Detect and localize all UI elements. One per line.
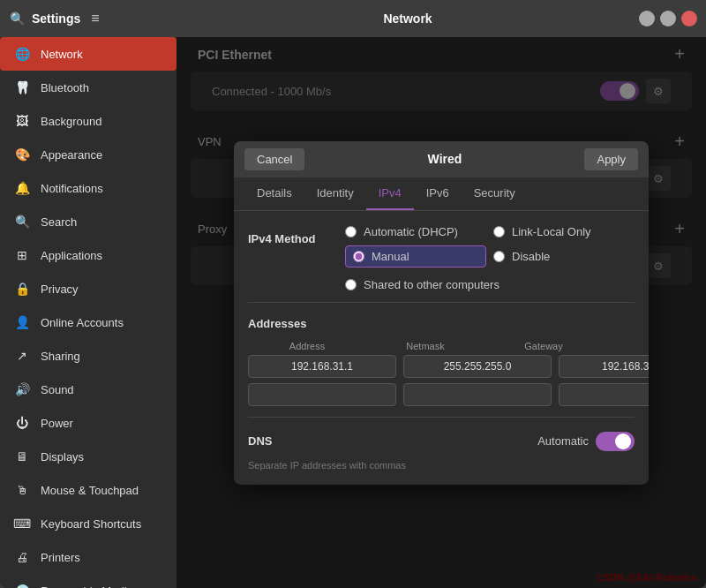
method-options-container: Automatic (DHCP) Link-Local Only	[345, 225, 635, 291]
sidebar-item-keyboard-shortcuts[interactable]: ⌨ Keyboard Shortcuts	[0, 507, 176, 540]
sidebar-item-network[interactable]: 🌐 Network	[0, 37, 176, 71]
sidebar-item-privacy[interactable]: 🔒 Privacy	[0, 272, 176, 305]
address-input-1[interactable]	[248, 355, 396, 378]
dialog-titlebar: Cancel Wired Apply	[234, 141, 649, 177]
tab-security[interactable]: Security	[462, 177, 528, 210]
notifications-icon: 🔔	[14, 180, 30, 196]
sidebar-item-mouse-touchpad[interactable]: 🖱 Mouse & Touchpad	[0, 473, 176, 507]
tab-identity[interactable]: Identity	[304, 177, 366, 210]
separator-1	[248, 302, 635, 303]
sidebar-label-displays: Displays	[41, 450, 84, 464]
radio-auto-dhcp[interactable]: Automatic (DHCP)	[345, 225, 486, 238]
window-controls: − □ ✕	[639, 11, 706, 26]
sidebar-item-power[interactable]: ⏻ Power	[0, 406, 176, 440]
addr-row-1: 🗑	[248, 355, 635, 378]
sidebar-item-appearance[interactable]: 🎨 Appearance	[0, 138, 176, 171]
sidebar-item-online-accounts[interactable]: 👤 Online Accounts	[0, 305, 176, 339]
titlebar: 🔍 Settings ≡ Network − □ ✕	[0, 0, 706, 37]
sidebar-label-background: Background	[41, 115, 101, 128]
sidebar-item-notifications[interactable]: 🔔 Notifications	[0, 171, 176, 205]
online-accounts-icon: 👤	[14, 314, 30, 330]
removable-media-icon: 💿	[14, 583, 30, 588]
radio-disable-label: Disable	[512, 250, 550, 263]
radio-shared-input[interactable]	[345, 279, 357, 290]
sound-icon: 🔊	[14, 381, 30, 397]
background-icon: 🖼	[14, 113, 30, 129]
ipv4-method-label: IPv4 Method	[248, 225, 327, 245]
radio-disable-input[interactable]	[493, 251, 505, 262]
addr-table-header: Address Netmask Gateway	[248, 341, 635, 351]
minimize-button[interactable]: −	[639, 11, 655, 26]
hamburger-button[interactable]: ≡	[87, 8, 102, 29]
method-options: Automatic (DHCP) Link-Local Only	[345, 225, 635, 268]
mouse-icon: 🖱	[14, 482, 30, 498]
sidebar-label-power: Power	[41, 417, 73, 430]
sidebar-item-background[interactable]: 🖼 Background	[0, 104, 176, 138]
dns-auto-label: Automatic	[537, 434, 589, 448]
sidebar-item-printers[interactable]: 🖨 Printers	[0, 540, 176, 574]
radio-shared[interactable]: Shared to other computers	[345, 278, 635, 291]
tab-details[interactable]: Details	[244, 177, 304, 210]
close-button[interactable]: ✕	[681, 11, 697, 26]
radio-disable[interactable]: Disable	[493, 245, 635, 268]
col-gateway: Gateway	[488, 341, 599, 351]
gateway-input-1[interactable]	[559, 355, 649, 378]
sidebar-label-appearance: Appearance	[41, 148, 102, 162]
radio-manual[interactable]: Manual	[345, 245, 486, 268]
main-panel: PCI Ethernet + Connected - 1000 Mb/s ⚙ V…	[176, 37, 706, 588]
network-icon: 🌐	[14, 46, 30, 62]
displays-icon: 🖥	[14, 449, 30, 464]
sidebar-label-keyboard-shortcuts: Keyboard Shortcuts	[41, 517, 141, 531]
search-icon-title: 🔍	[9, 11, 25, 26]
radio-shared-label: Shared to other computers	[364, 278, 499, 291]
dialog-title: Wired	[428, 152, 462, 166]
sidebar: 🌐 Network 🦷 Bluetooth 🖼 Background 🎨 App…	[0, 37, 176, 588]
sidebar-item-sharing[interactable]: ↗ Sharing	[0, 339, 176, 373]
address-input-2[interactable]	[248, 383, 396, 406]
sidebar-label-sharing: Sharing	[41, 350, 80, 363]
tab-ipv4[interactable]: IPv4	[366, 177, 414, 210]
network-title: Network	[176, 11, 639, 26]
sidebar-item-sound[interactable]: 🔊 Sound	[0, 373, 176, 406]
dns-hint: Separate IP addresses with commas	[248, 460, 635, 471]
ipv4-method-section: IPv4 Method Automatic (DHCP)	[248, 225, 635, 291]
ipv4-method-row: IPv4 Method Automatic (DHCP)	[248, 225, 635, 291]
sidebar-item-removable-media[interactable]: 💿 Removable Media	[0, 574, 176, 588]
radio-link-local-input[interactable]	[493, 226, 505, 237]
radio-auto-dhcp-input[interactable]	[345, 226, 357, 237]
dialog-overlay: Cancel Wired Apply Details Identity IPv4…	[176, 37, 706, 588]
settings-title: Settings	[32, 11, 80, 26]
privacy-icon: 🔒	[14, 281, 30, 297]
sidebar-label-search: Search	[41, 215, 77, 229]
maximize-button[interactable]: □	[660, 11, 676, 26]
applications-icon: ⊞	[14, 247, 30, 263]
sidebar-label-online-accounts: Online Accounts	[41, 316, 124, 329]
dns-auto-toggle[interactable]	[596, 432, 635, 451]
netmask-input-1[interactable]	[403, 355, 552, 378]
sidebar-label-bluetooth: Bluetooth	[41, 81, 89, 94]
radio-manual-label: Manual	[372, 250, 409, 263]
wired-dialog: Cancel Wired Apply Details Identity IPv4…	[234, 141, 649, 485]
cancel-button[interactable]: Cancel	[244, 148, 304, 170]
sidebar-label-network: Network	[41, 48, 83, 61]
titlebar-left: 🔍 Settings ≡	[0, 8, 176, 29]
col-netmask: Netmask	[370, 341, 481, 351]
sidebar-label-removable-media: Removable Media	[41, 584, 133, 589]
sharing-icon: ↗	[14, 348, 30, 364]
netmask-input-2[interactable]	[403, 383, 552, 406]
sidebar-item-applications[interactable]: ⊞ Applications	[0, 238, 176, 272]
tab-ipv6[interactable]: IPv6	[414, 177, 462, 210]
sidebar-item-bluetooth[interactable]: 🦷 Bluetooth	[0, 71, 176, 104]
apply-button[interactable]: Apply	[584, 148, 638, 170]
dns-auto-container: Automatic	[537, 432, 635, 451]
sidebar-item-displays[interactable]: 🖥 Displays	[0, 440, 176, 473]
radio-manual-input[interactable]	[353, 251, 364, 262]
addresses-label: Addresses	[248, 317, 635, 330]
radio-link-local-label: Link-Local Only	[512, 225, 591, 238]
dialog-tabs: Details Identity IPv4 IPv6 Security	[234, 177, 649, 211]
sidebar-item-search[interactable]: 🔍 Search	[0, 205, 176, 238]
appearance-icon: 🎨	[14, 147, 30, 162]
gateway-input-2[interactable]	[559, 383, 649, 406]
addresses-section: Addresses Address Netmask Gateway	[248, 317, 635, 406]
radio-link-local[interactable]: Link-Local Only	[493, 225, 635, 238]
